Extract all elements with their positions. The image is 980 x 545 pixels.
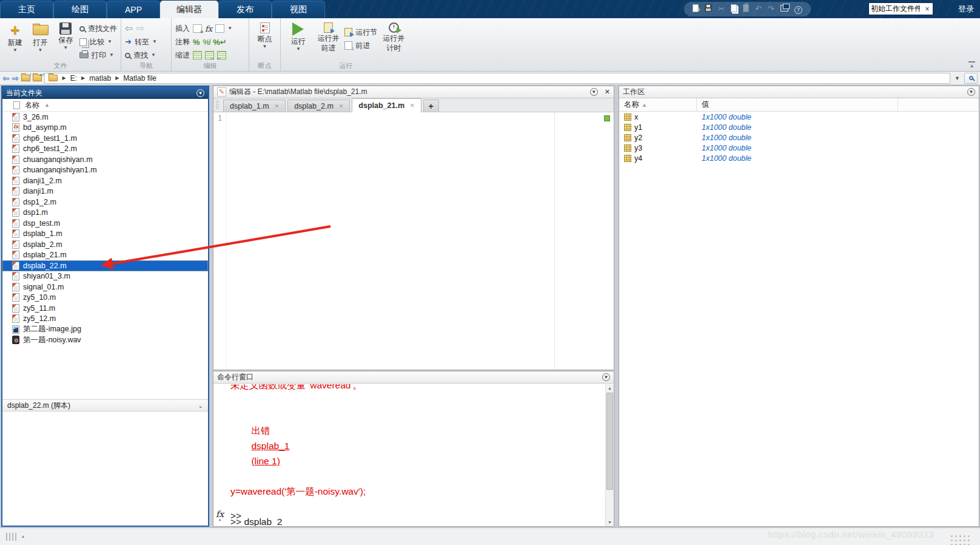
address-search-button[interactable] — [964, 73, 978, 84]
file-row[interactable]: dsplab_21.m — [2, 250, 208, 261]
close-icon[interactable]: ✕ — [601, 88, 610, 96]
file-row[interactable]: 3_26.m — [2, 112, 208, 123]
editor-tab[interactable]: dsplab_2.m ✕ — [287, 100, 350, 112]
workspace-variable-row[interactable]: y4 1x1000 double — [619, 153, 979, 163]
ribbon-tab[interactable]: APP — [107, 1, 160, 18]
save-button[interactable]: 保存 ▼ — [54, 21, 77, 61]
indent-left-icon[interactable] — [217, 51, 226, 59]
run-section-button[interactable]: 运行节 — [344, 26, 377, 38]
file-row[interactable]: dsplab_22.m — [2, 260, 208, 271]
file-list-column-header[interactable]: 名称 ▲ — [2, 99, 208, 112]
editor-tab[interactable]: dsplab_21.m ✕ — [352, 98, 421, 112]
help-icon[interactable]: ? — [794, 4, 802, 14]
new-tab-button[interactable]: + — [423, 100, 439, 112]
new-script-icon[interactable] — [693, 4, 699, 15]
file-row[interactable]: dsplab_2.m — [2, 239, 208, 250]
file-row[interactable]: dsp1_2.m — [2, 197, 208, 208]
breadcrumb-item[interactable]: ▶ Matlab file — [115, 74, 156, 83]
editor-tab[interactable]: dsplab_1.m ✕ — [223, 100, 286, 112]
file-row[interactable]: chp6_test1_2.m — [2, 144, 208, 155]
file-row[interactable]: dsp1.m — [2, 208, 208, 218]
cut-icon[interactable]: ✂ — [718, 4, 725, 14]
scroll-down-icon[interactable]: ▼ — [606, 518, 614, 526]
command-prompt[interactable]: >> — [230, 510, 241, 521]
new-button[interactable]: + 新建 ▼ — [4, 21, 27, 61]
print-button[interactable]: 打印 ▼ — [79, 49, 117, 61]
command-window-menu-icon[interactable]: ▼ — [602, 373, 610, 381]
scroll-up-icon[interactable]: ▲ — [606, 384, 614, 392]
ribbon-tab[interactable]: 发布 — [218, 1, 272, 18]
undo-icon[interactable]: ↶ — [755, 4, 762, 14]
file-detail-bar[interactable]: dsplab_22.m (脚本) ⌄ — [2, 399, 208, 411]
ribbon-tab[interactable]: 视图 — [272, 1, 325, 18]
close-icon[interactable]: ✕ — [275, 103, 280, 109]
workspace-menu-icon[interactable]: ▼ — [967, 88, 975, 96]
file-row[interactable]: shiyan01_3.m — [2, 271, 208, 282]
wrap-comment-icon[interactable]: %↵ — [213, 38, 226, 47]
find-files-button[interactable]: 查找文件 — [79, 22, 117, 35]
run-time-button[interactable]: 运行并 计时 — [380, 21, 408, 61]
login-button[interactable]: 登录 — [958, 0, 974, 18]
browse-folder-icon[interactable] — [33, 75, 42, 81]
file-row[interactable]: zy5_12.m — [2, 314, 208, 325]
ribbon-tab[interactable]: 绘图 — [53, 1, 107, 18]
collapse-ribbon-icon[interactable]: ▴ — [968, 61, 975, 68]
command-scrollbar[interactable]: ▲ ▼ — [605, 384, 614, 526]
workspace-column-header[interactable]: 名称 ▲ 值 — [619, 98, 979, 112]
comment-icon[interactable]: % — [193, 38, 200, 47]
address-dropdown-icon[interactable]: ▼ — [953, 75, 962, 81]
workspace-variable-row[interactable]: y3 1x1000 double — [619, 143, 979, 153]
file-row[interactable]: 第一题-noisy.wav — [2, 335, 208, 346]
close-icon[interactable]: ✕ — [339, 103, 344, 109]
forward-icon[interactable]: ⇨ — [136, 24, 144, 33]
file-row[interactable]: zy5_10.m — [2, 293, 208, 303]
copy-icon[interactable] — [731, 4, 737, 15]
insert-section-icon[interactable] — [193, 24, 202, 33]
clear-search-icon[interactable]: × — [922, 5, 933, 13]
error-file-link[interactable]: dsplab_1 — [251, 441, 289, 451]
breadcrumb-item[interactable]: ▶ matlab — [81, 74, 111, 83]
nav-back-icon[interactable]: ⇦ — [2, 74, 10, 83]
file-row[interactable]: chuanganqishiyan1.m — [2, 165, 208, 176]
file-row[interactable]: dsplab_1.m — [2, 229, 208, 240]
breakpoints-button[interactable]: 断点 ▼ — [253, 21, 277, 61]
file-row[interactable]: dianji1_2.m — [2, 175, 208, 186]
run-advance-button[interactable]: 运行并 前进 — [315, 21, 343, 61]
fx-function-hint-icon[interactable]: fx — [216, 509, 224, 521]
file-row[interactable]: chp6_test1_1.m — [2, 133, 208, 144]
panel-menu-icon[interactable]: ▼ — [196, 89, 204, 97]
ribbon-tab[interactable]: 主页 — [0, 1, 53, 18]
editor-menu-icon[interactable]: ▼ — [590, 88, 598, 96]
up-one-level-icon[interactable] — [21, 75, 30, 81]
code-analyzer-indicator[interactable] — [604, 115, 610, 121]
scrollbar-thumb[interactable] — [606, 393, 613, 490]
workspace-variable-row[interactable]: y2 1x1000 double — [619, 132, 979, 143]
ribbon-tab[interactable]: 编辑器 — [160, 1, 218, 18]
workspace-variable-row[interactable]: y1 1x1000 double — [619, 122, 979, 132]
breadcrumb[interactable]: ▶ E: ▶ matlab ▶ Matlab file — [44, 73, 950, 84]
file-row[interactable]: 第二题-image.jpg — [2, 324, 208, 335]
uncomment-icon[interactable]: %̸ — [203, 38, 210, 47]
file-row[interactable]: dianji1.m — [2, 186, 208, 197]
back-icon[interactable]: ⇦ — [125, 24, 133, 33]
error-line-link[interactable]: (line 1) — [251, 456, 280, 466]
doc-search-input[interactable] — [869, 5, 922, 13]
file-row[interactable]: zy5_11.m — [2, 303, 208, 314]
file-row[interactable]: bd_asymp.m — [2, 123, 208, 134]
breadcrumb-item[interactable]: ▶ E: — [62, 74, 77, 83]
status-grip-icon[interactable] — [6, 533, 17, 541]
run-button[interactable]: 运行 ▼ — [284, 21, 312, 61]
indent-right-icon[interactable] — [205, 51, 214, 59]
smart-indent-icon[interactable] — [193, 51, 202, 59]
file-row[interactable]: dsp_test.m — [2, 218, 208, 229]
nav-forward-icon[interactable]: ⇨ — [12, 74, 19, 83]
workspace-variable-row[interactable]: x 1x1000 double — [619, 112, 979, 122]
open-button[interactable]: 打开 ▼ — [29, 21, 52, 61]
advance-button[interactable]: 前进 — [344, 39, 377, 52]
layout-icon[interactable] — [780, 4, 788, 14]
insert-fi-icon[interactable] — [215, 24, 224, 33]
editor-body[interactable]: 1 — [213, 112, 614, 370]
insert-function-icon[interactable]: fx — [205, 24, 212, 33]
command-window-body[interactable]: 未定义函数或变量 'waveread'。 出错 dsplab_1 (line 1… — [213, 384, 605, 526]
file-row[interactable]: signal_01.m — [2, 282, 208, 293]
